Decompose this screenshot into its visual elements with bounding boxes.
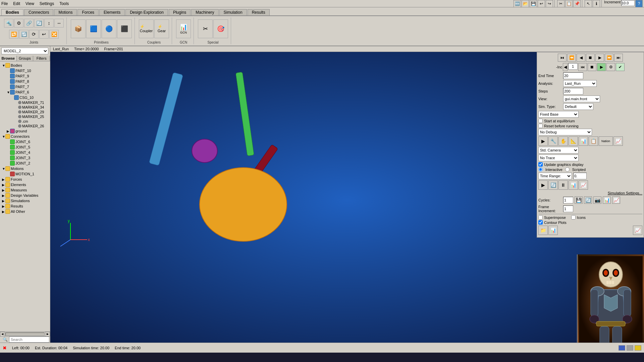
sim-bottom-icon1[interactable]: 📁 bbox=[538, 226, 548, 235]
tree-item-marker34[interactable]: MARKER_34 bbox=[1, 105, 49, 110]
rib-joint5[interactable]: ↕ bbox=[44, 19, 54, 27]
rib-coupler1[interactable]: ⚡Coupler bbox=[139, 19, 154, 38]
btn-back-to-start[interactable]: ⏮ bbox=[578, 63, 587, 71]
start-equilibrium-check[interactable] bbox=[538, 119, 543, 123]
cycles-icon1[interactable]: 💾 bbox=[575, 196, 583, 204]
rib-gcn[interactable]: 📊GCN bbox=[176, 19, 191, 38]
radio-interactive[interactable] bbox=[538, 167, 543, 172]
rib-prim4[interactable]: ⬛ bbox=[117, 19, 132, 38]
tab-plugins[interactable]: Plugins bbox=[169, 9, 191, 15]
btn-fast-forward[interactable]: ⏩ bbox=[605, 54, 613, 62]
tab-bodies[interactable]: Bodies bbox=[1, 9, 23, 15]
rib-prim2[interactable]: 🟦 bbox=[86, 19, 101, 38]
btn-last-frame[interactable]: ⏭ bbox=[614, 54, 623, 62]
steps-input[interactable] bbox=[563, 88, 583, 95]
hscroll-left[interactable]: ◀ bbox=[0, 332, 5, 337]
sim-icon-tool5[interactable]: 📋 bbox=[589, 136, 598, 146]
tree-item-motion1[interactable]: MOTION_1 bbox=[1, 171, 49, 177]
btn-inc-minus[interactable]: ◀ bbox=[563, 63, 568, 71]
btn-play[interactable]: ▶ bbox=[597, 63, 606, 71]
rib-prim1[interactable]: 📦 bbox=[71, 19, 86, 38]
rib-joint2[interactable]: ⚙ bbox=[14, 19, 23, 27]
sidebar-tab-browse[interactable]: Browse bbox=[0, 56, 17, 61]
superimpose-check[interactable] bbox=[538, 215, 543, 220]
rib-coupler2[interactable]: ⚡Gear bbox=[154, 19, 169, 38]
icons-check[interactable] bbox=[571, 215, 576, 220]
btn-next-frame[interactable]: ▶ bbox=[595, 54, 604, 62]
sidebar-tab-groups[interactable]: Groups bbox=[17, 56, 34, 61]
hscroll-track[interactable] bbox=[5, 333, 45, 336]
sim-type-select[interactable]: Default bbox=[563, 103, 593, 110]
menu-edit[interactable]: Edit bbox=[13, 1, 20, 6]
radio-scripted[interactable] bbox=[565, 167, 570, 172]
contour-plots-check[interactable] bbox=[538, 220, 543, 225]
tb-open[interactable]: 📂 bbox=[522, 0, 529, 7]
tree-item-part9[interactable]: PART_9 bbox=[1, 73, 49, 79]
rib-special1[interactable]: ✂ bbox=[198, 19, 213, 38]
btn-accept[interactable]: ✔ bbox=[616, 63, 625, 71]
sim-action1[interactable]: ▶ bbox=[538, 180, 548, 190]
viewport[interactable]: y x ⏮ ⏪ ◀ ⏹ ▶ ⏩ ⏭ bbox=[50, 52, 644, 343]
reset-before-check[interactable] bbox=[538, 124, 543, 128]
time-range-select[interactable]: Time Range: bbox=[538, 173, 572, 179]
tb-info[interactable]: ℹ bbox=[593, 0, 600, 7]
tab-connectors[interactable]: Connectors bbox=[24, 9, 53, 15]
tab-design-exploration[interactable]: Design Exploration bbox=[125, 9, 168, 15]
sim-icon-tool3[interactable]: 📐 bbox=[569, 136, 578, 146]
tree-item-joint3[interactable]: JOINT_3 bbox=[1, 155, 49, 161]
tree-item-marker71[interactable]: MARKER_71 bbox=[1, 100, 49, 105]
tb-undo[interactable]: ↩ bbox=[538, 0, 545, 7]
tab-elements[interactable]: Elements bbox=[99, 9, 125, 15]
fixed-base-select[interactable]: Fixed Base bbox=[538, 111, 579, 118]
cycles-icon3[interactable]: 📷 bbox=[593, 196, 601, 204]
tree-item-results[interactable]: ▶ Results bbox=[1, 203, 49, 209]
sidebar-tab-filters[interactable]: Filters bbox=[33, 56, 50, 61]
menu-settings[interactable]: Settings bbox=[40, 1, 54, 6]
tb-help[interactable]: ? bbox=[635, 0, 643, 7]
tree-item-designvars[interactable]: ▶ Design Variables bbox=[1, 193, 49, 198]
tree-item-ground[interactable]: ▶ ground bbox=[1, 128, 49, 134]
tb-copy[interactable]: 📋 bbox=[565, 0, 573, 7]
update-graphics-check[interactable] bbox=[538, 162, 543, 167]
cycles-icon5[interactable]: 📈 bbox=[612, 196, 620, 204]
tree-item-connectors[interactable]: ▼ Connectors bbox=[1, 134, 49, 139]
rib-joint6[interactable]: ↔ bbox=[54, 19, 64, 27]
sim-action2[interactable]: 🔄 bbox=[548, 180, 558, 190]
tree-item-bodies[interactable]: ▼ Bodies bbox=[1, 63, 49, 68]
std-camera-select[interactable]: Std. Camera bbox=[538, 147, 579, 154]
rib-joint1[interactable]: 🔩 bbox=[4, 19, 13, 27]
frame-incr-input[interactable] bbox=[563, 205, 573, 212]
btn-settings-check[interactable]: ⚙ bbox=[606, 63, 615, 71]
menu-view[interactable]: View bbox=[25, 1, 34, 6]
sim-icon-tool2[interactable]: ✋ bbox=[558, 136, 568, 146]
tree-item-motions[interactable]: ▼ Motions bbox=[1, 166, 49, 171]
sim-icon-run[interactable]: ▶ bbox=[538, 136, 548, 146]
tree-item-marker25[interactable]: MARKER_25 bbox=[1, 114, 49, 119]
sim-action3[interactable]: ⏸ bbox=[558, 180, 568, 190]
tree-item-simulations[interactable]: ▶ Simulations bbox=[1, 198, 49, 203]
rib-special2[interactable]: 🎯 bbox=[213, 19, 228, 38]
rib-joint3[interactable]: 🔗 bbox=[24, 19, 34, 27]
btn-stop2[interactable]: ⏹ bbox=[588, 63, 596, 71]
tree-item-joint5[interactable]: JOINT_5 bbox=[1, 144, 49, 150]
tree-item-part8[interactable]: PART_8 bbox=[1, 79, 49, 84]
rib-joint10[interactable]: ↩ bbox=[39, 30, 49, 39]
btn-stop[interactable]: ⏹ bbox=[586, 54, 595, 62]
tree-item-measures[interactable]: ▶ Measures bbox=[1, 187, 49, 193]
menu-tools[interactable]: Tools bbox=[59, 1, 69, 6]
rib-joint11[interactable]: 🔀 bbox=[49, 30, 59, 39]
rib-prim3[interactable]: 🔵 bbox=[102, 19, 116, 38]
sim-icon-tool7[interactable]: 📈 bbox=[613, 136, 623, 146]
tree-item-csg10[interactable]: CSG_10 bbox=[1, 95, 49, 100]
tree-item-part7[interactable]: PART_7 bbox=[1, 84, 49, 89]
btn-first-frame[interactable]: ⏮ bbox=[558, 54, 567, 62]
sim-settings-btn[interactable]: Simulation Settings... bbox=[608, 191, 642, 195]
menu-file[interactable]: File bbox=[1, 1, 8, 6]
end-time-input[interactable] bbox=[563, 72, 583, 79]
rib-joint7[interactable]: 🔁 bbox=[9, 30, 18, 39]
tab-motions[interactable]: Motions bbox=[54, 9, 77, 15]
sim-action4[interactable]: 📊 bbox=[569, 180, 578, 190]
tree-item-elements[interactable]: ▶ Elements bbox=[1, 182, 49, 187]
tree-item-joint6[interactable]: JOINT_6 bbox=[1, 139, 49, 144]
tb-paste[interactable]: 📌 bbox=[573, 0, 581, 7]
